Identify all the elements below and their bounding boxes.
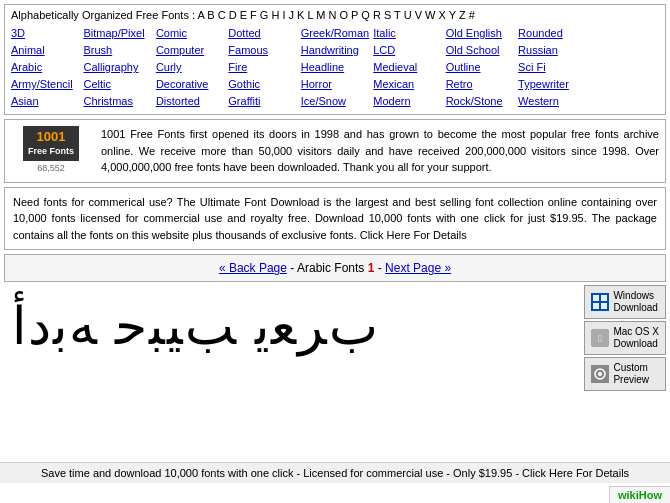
commercial-section: Need fonts for commerical use? The Ultim… xyxy=(4,187,666,251)
font-grid: 3D Animal Arabic Army/Stencil Asian Bitm… xyxy=(11,25,659,110)
nav-section: « Back Page - Arabic Fonts 1 - Next Page… xyxy=(4,254,666,282)
font-col-2: Bitmap/Pixel Brush Calligraphy Celtic Ch… xyxy=(83,25,151,110)
alpha-header: Alphabetically Organized Free Fonts : A … xyxy=(11,9,659,21)
font-link[interactable]: Sci Fi xyxy=(518,59,586,76)
font-link[interactable]: Famous xyxy=(228,42,296,59)
font-link[interactable]: Gothic xyxy=(228,76,296,93)
info-section: 1001 Free Fonts 68,552 1001 Free Fonts f… xyxy=(4,119,666,183)
font-link[interactable]: Old School xyxy=(446,42,514,59)
mac-download-button[interactable]:  Mac OS XDownload xyxy=(584,321,666,355)
arabic-font-display: ﺏﺮﻌﻳ ﺐﻴﺒﺣ ﻪﺑﺩﺃ xyxy=(4,286,666,366)
logo-line2: Free Fonts xyxy=(28,146,74,158)
font-link[interactable]: Western xyxy=(518,93,586,110)
windows-download-button[interactable]: WindowsDownload xyxy=(584,285,666,319)
font-link[interactable]: 3D xyxy=(11,25,79,42)
font-link[interactable]: Rounded xyxy=(518,25,586,42)
font-link[interactable]: Italic xyxy=(373,25,441,42)
download-buttons-panel: WindowsDownload  Mac OS XDownload Custo… xyxy=(584,285,666,391)
font-link[interactable]: Asian xyxy=(11,93,79,110)
font-link[interactable]: Bitmap/Pixel xyxy=(83,25,151,42)
font-link[interactable]: Army/Stencil xyxy=(11,76,79,93)
font-col-4: Dotted Famous Fire Gothic Graffiti xyxy=(228,25,296,110)
svg-rect-4 xyxy=(601,303,607,309)
mac-icon:  xyxy=(591,329,609,347)
custom-icon xyxy=(591,365,609,383)
font-link[interactable]: Typewriter xyxy=(518,76,586,93)
font-link[interactable]: Outline xyxy=(446,59,514,76)
arabic-text: ﺏﺮﻌﻳ ﺐﻴﺒﺣ ﻪﺑﺩﺃ xyxy=(12,296,380,356)
font-link[interactable]: Medieval xyxy=(373,59,441,76)
font-link[interactable]: Dotted xyxy=(228,25,296,42)
font-link[interactable]: LCD xyxy=(373,42,441,59)
font-link[interactable]: Brush xyxy=(83,42,151,59)
font-col-5: Greek/Roman Handwriting Headline Horror … xyxy=(301,25,369,110)
custom-preview-button[interactable]: CustomPreview xyxy=(584,357,666,391)
font-link[interactable]: Horror xyxy=(301,76,369,93)
custom-preview-label: CustomPreview xyxy=(613,362,649,386)
svg-point-9 xyxy=(598,372,602,376)
nav-separator: - xyxy=(290,261,297,275)
alpha-section: Alphabetically Organized Free Fonts : A … xyxy=(4,4,666,115)
font-link[interactable]: Greek/Roman xyxy=(301,25,369,42)
font-link[interactable]: Arabic xyxy=(11,59,79,76)
svg-rect-1 xyxy=(593,295,599,301)
font-col-7: Old English Old School Outline Retro Roc… xyxy=(446,25,514,110)
windows-icon xyxy=(591,293,609,311)
logo-area: 1001 Free Fonts 68,552 xyxy=(11,126,91,173)
font-link[interactable]: Comic xyxy=(156,25,224,42)
bottom-bar: Save time and download 10,000 fonts with… xyxy=(0,462,670,483)
next-page-link[interactable]: Next Page » xyxy=(385,261,451,275)
bottom-text: Save time and download 10,000 fonts with… xyxy=(41,467,629,479)
font-link[interactable]: Fire xyxy=(228,59,296,76)
font-link[interactable]: Distorted xyxy=(156,93,224,110)
svg-rect-2 xyxy=(601,295,607,301)
font-link[interactable]: Animal xyxy=(11,42,79,59)
font-link[interactable]: Calligraphy xyxy=(83,59,151,76)
nav-arabic-label: Arabic Fonts xyxy=(297,261,364,275)
font-link[interactable]: Celtic xyxy=(83,76,151,93)
font-col-3: Comic Computer Curly Decorative Distorte… xyxy=(156,25,224,110)
svg-text::  xyxy=(599,333,603,344)
wikihow-label: wikiHow xyxy=(618,489,662,501)
nav-page-number: 1 xyxy=(368,261,375,275)
logo-big-text: 1001 xyxy=(28,129,74,146)
font-col-8: Rounded Russian Sci Fi Typewriter Wester… xyxy=(518,25,586,110)
svg-rect-3 xyxy=(593,303,599,309)
back-page-link[interactable]: « Back Page xyxy=(219,261,287,275)
font-link[interactable]: Handwriting xyxy=(301,42,369,59)
wikihow-watermark: wikiHow xyxy=(609,486,670,503)
font-link[interactable]: Computer xyxy=(156,42,224,59)
font-link[interactable]: Christmas xyxy=(83,93,151,110)
windows-download-label: WindowsDownload xyxy=(613,290,657,314)
info-text: 1001 Free Fonts first opened its doors i… xyxy=(101,126,659,176)
font-col-6: Italic LCD Medieval Mexican Modern xyxy=(373,25,441,110)
font-link[interactable]: Graffiti xyxy=(228,93,296,110)
mac-download-label: Mac OS XDownload xyxy=(613,326,659,350)
logo-subtitle: 68,552 xyxy=(37,163,65,173)
font-col-1: 3D Animal Arabic Army/Stencil Asian xyxy=(11,25,79,110)
font-link[interactable]: Curly xyxy=(156,59,224,76)
logo-box: 1001 Free Fonts xyxy=(23,126,79,161)
font-link[interactable]: Retro xyxy=(446,76,514,93)
font-link[interactable]: Headline xyxy=(301,59,369,76)
font-link[interactable]: Rock/Stone xyxy=(446,93,514,110)
font-link[interactable]: Old English xyxy=(446,25,514,42)
commercial-text: Need fonts for commerical use? The Ultim… xyxy=(13,196,657,241)
font-link[interactable]: Decorative xyxy=(156,76,224,93)
font-link[interactable]: Ice/Snow xyxy=(301,93,369,110)
font-link[interactable]: Modern xyxy=(373,93,441,110)
nav-separator2: - xyxy=(378,261,385,275)
font-link[interactable]: Mexican xyxy=(373,76,441,93)
font-link[interactable]: Russian xyxy=(518,42,586,59)
